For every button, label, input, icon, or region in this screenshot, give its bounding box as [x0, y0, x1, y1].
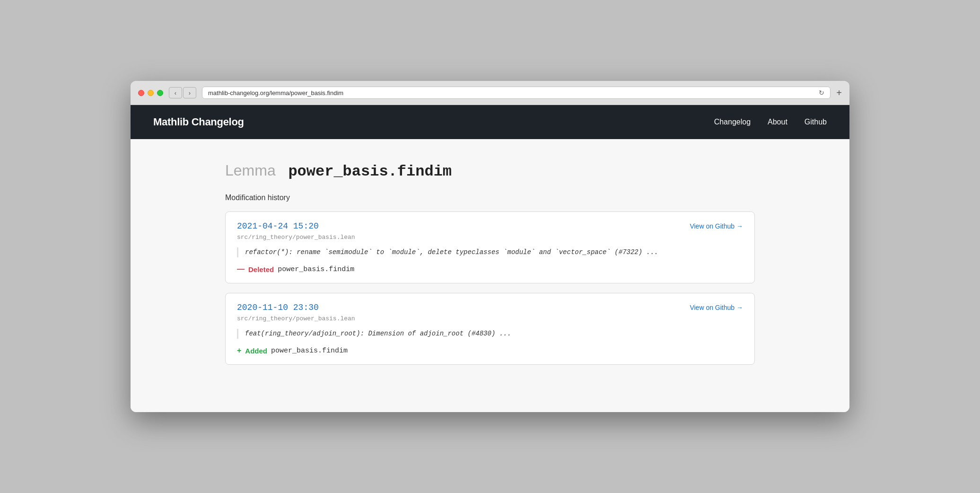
nav-github[interactable]: Github — [805, 118, 827, 126]
site-header: Mathlib Changelog Changelog About Github — [131, 105, 849, 139]
title-bar: ‹ › mathlib-changelog.org/lemma/power_ba… — [131, 81, 849, 105]
page-title: Lemma power_basis.findim — [225, 162, 755, 180]
section-label: Modification history — [225, 194, 755, 202]
page-title-prefix: Lemma — [225, 162, 276, 179]
back-button[interactable]: ‹ — [169, 87, 182, 98]
status-name-2: power_basis.findim — [271, 347, 348, 355]
traffic-lights — [138, 90, 163, 96]
page-title-name: power_basis.findim — [288, 163, 452, 180]
browser-window: ‹ › mathlib-changelog.org/lemma/power_ba… — [131, 81, 849, 412]
nav-changelog[interactable]: Changelog — [714, 118, 751, 126]
added-icon-2: + — [237, 346, 241, 355]
status-label-2: Added — [245, 347, 267, 355]
card-date-2[interactable]: 2020-11-10 23:30 — [237, 303, 319, 312]
card-status-1: — Deleted power_basis.findim — [237, 265, 743, 273]
minimize-button[interactable] — [148, 90, 154, 96]
status-label-1: Deleted — [248, 265, 274, 273]
history-card-1: 2021-04-24 15:20 View on Github → src/ri… — [225, 211, 755, 283]
deleted-icon-1: — — [237, 265, 245, 273]
status-name-1: power_basis.findim — [278, 265, 354, 273]
maximize-button[interactable] — [157, 90, 163, 96]
card-path-2: src/ring_theory/power_basis.lean — [237, 315, 743, 322]
history-card-2: 2020-11-10 23:30 View on Github → src/ri… — [225, 293, 755, 365]
card-path-1: src/ring_theory/power_basis.lean — [237, 234, 743, 241]
card-github-link-1[interactable]: View on Github → — [690, 222, 743, 230]
card-github-link-2[interactable]: View on Github → — [690, 304, 743, 311]
reload-button[interactable]: ↻ — [819, 89, 824, 97]
site-nav: Changelog About Github — [714, 118, 827, 126]
card-commit-1: refactor(*): rename `semimodule` to `mod… — [237, 247, 743, 257]
card-header-1: 2021-04-24 15:20 View on Github → — [237, 221, 743, 231]
close-button[interactable] — [138, 90, 144, 96]
nav-buttons: ‹ › — [169, 87, 196, 98]
site-content: Lemma power_basis.findim Modification hi… — [131, 139, 849, 412]
site-logo: Mathlib Changelog — [153, 116, 244, 128]
url-text: mathlib-changelog.org/lemma/power_basis.… — [208, 89, 343, 97]
card-commit-2: feat(ring_theory/adjoin_root): Dimension… — [237, 329, 743, 339]
new-tab-button[interactable]: + — [836, 88, 842, 97]
forward-button[interactable]: › — [183, 87, 196, 98]
card-header-2: 2020-11-10 23:30 View on Github → — [237, 303, 743, 312]
address-bar[interactable]: mathlib-changelog.org/lemma/power_basis.… — [202, 87, 831, 99]
card-status-2: + Added power_basis.findim — [237, 346, 743, 355]
card-date-1[interactable]: 2021-04-24 15:20 — [237, 221, 319, 231]
nav-about[interactable]: About — [768, 118, 788, 126]
